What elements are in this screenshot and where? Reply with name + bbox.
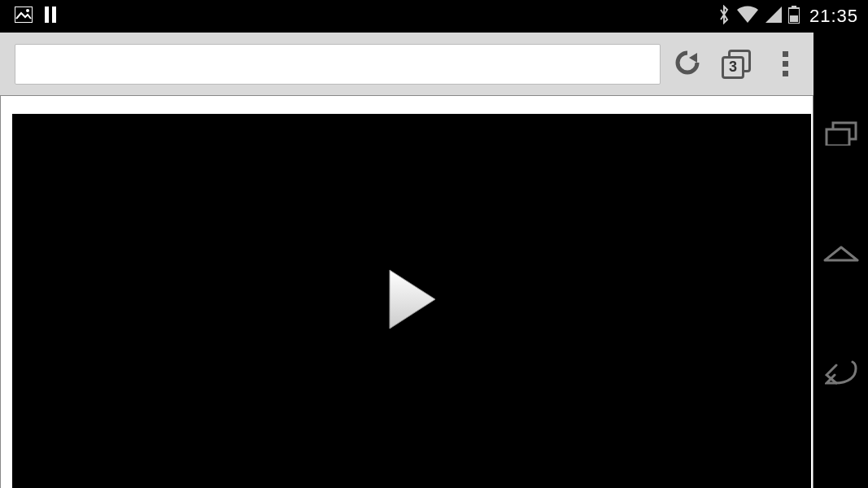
svg-rect-8	[827, 129, 849, 146]
video-player	[12, 114, 811, 488]
back-button[interactable]	[825, 360, 857, 391]
menu-button[interactable]	[763, 42, 807, 86]
svg-rect-6	[790, 15, 798, 22]
tabs-icon: 3	[722, 50, 751, 79]
tabs-count: 3	[722, 56, 744, 79]
browser-window: 3	[0, 33, 813, 488]
status-time: 21:35	[809, 6, 858, 27]
url-input[interactable]	[15, 44, 661, 85]
signal-icon	[765, 7, 782, 26]
image-icon	[15, 7, 33, 26]
status-left	[15, 7, 57, 26]
system-nav-bar	[813, 33, 868, 488]
bluetooth-icon	[718, 5, 730, 28]
tabs-button[interactable]: 3	[714, 42, 758, 86]
play-button[interactable]	[383, 267, 440, 335]
menu-icon	[783, 51, 788, 76]
home-icon	[823, 244, 859, 262]
page-header-strip	[1, 96, 813, 114]
status-right: 21:35	[718, 5, 858, 28]
recent-apps-button[interactable]	[825, 121, 857, 149]
home-button[interactable]	[823, 244, 859, 265]
page-content	[0, 96, 813, 488]
status-bar: 21:35	[0, 0, 868, 33]
reload-button[interactable]	[665, 42, 709, 86]
pause-icon	[44, 7, 57, 26]
reload-icon	[673, 48, 702, 81]
wifi-icon	[736, 6, 759, 27]
svg-rect-2	[45, 7, 49, 23]
battery-icon	[788, 6, 800, 27]
play-icon	[383, 267, 440, 332]
svg-point-1	[26, 9, 29, 12]
recent-apps-icon	[825, 121, 857, 146]
back-icon	[825, 360, 857, 388]
browser-toolbar: 3	[0, 33, 813, 96]
svg-rect-3	[52, 7, 56, 23]
